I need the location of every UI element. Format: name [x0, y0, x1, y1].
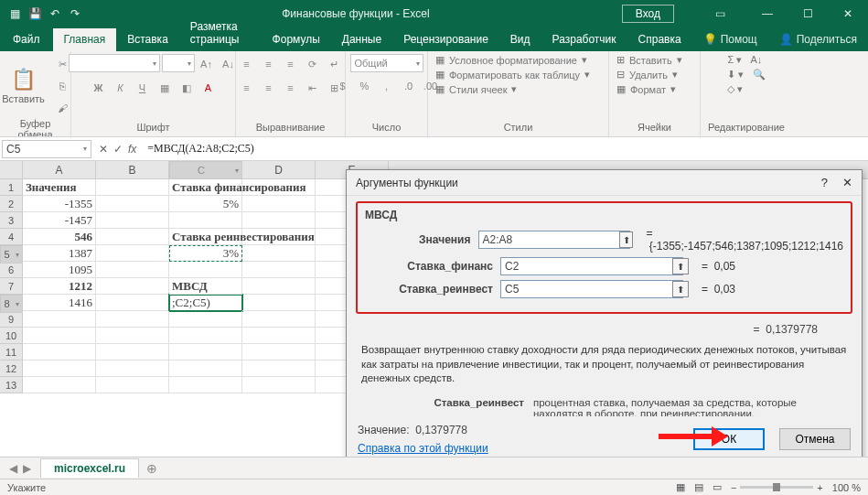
cell[interactable]: [242, 262, 316, 278]
col-header[interactable]: B: [96, 161, 169, 178]
cell[interactable]: 1095: [23, 262, 96, 278]
tab-formulas[interactable]: Формулы: [262, 28, 331, 51]
cell[interactable]: [23, 328, 96, 344]
ribbon-options-icon[interactable]: ▭: [700, 0, 740, 27]
collapse-ref-icon[interactable]: ⬆: [672, 258, 689, 274]
redo-icon[interactable]: ↷: [66, 5, 84, 23]
cell[interactable]: [169, 360, 242, 377]
zoom-in-icon[interactable]: +: [817, 482, 822, 493]
view-normal-icon[interactable]: ▦: [676, 481, 685, 493]
underline-button[interactable]: Ч: [133, 78, 153, 98]
fontcolor-icon[interactable]: A: [198, 78, 219, 98]
tab-developer[interactable]: Разработчик: [541, 28, 627, 51]
row-header[interactable]: 4: [0, 229, 23, 245]
fontsize-select[interactable]: [162, 54, 195, 72]
cell[interactable]: [96, 196, 169, 212]
align-top-icon[interactable]: ≡: [237, 54, 257, 74]
cell[interactable]: [169, 328, 242, 344]
row-header[interactable]: 13: [0, 377, 23, 393]
tab-insert[interactable]: Вставка: [116, 28, 179, 51]
minimize-icon[interactable]: —: [747, 0, 788, 27]
insert-cells-button[interactable]: ⊞Вставить ▾: [616, 54, 682, 66]
cell[interactable]: [23, 311, 96, 328]
cell[interactable]: [242, 377, 316, 393]
grow-font-icon[interactable]: A↑: [197, 54, 217, 74]
cell[interactable]: [242, 328, 316, 344]
cell[interactable]: [96, 245, 169, 262]
cell[interactable]: [169, 344, 242, 360]
cell[interactable]: 5%: [169, 196, 242, 212]
cell[interactable]: [169, 377, 242, 393]
cell[interactable]: [96, 311, 169, 328]
row-header[interactable]: 5: [0, 245, 23, 264]
row-header[interactable]: 6: [0, 262, 23, 278]
cell[interactable]: [96, 328, 169, 344]
row-header[interactable]: 3: [0, 212, 23, 229]
cell[interactable]: -1355: [23, 196, 96, 212]
row-header[interactable]: 10: [0, 328, 23, 344]
cell[interactable]: [96, 360, 169, 377]
delete-cells-button[interactable]: ⊟Удалить ▾: [616, 69, 678, 81]
row-header[interactable]: 8: [0, 295, 23, 313]
cell[interactable]: [96, 179, 169, 196]
arg-input[interactable]: C5: [500, 280, 683, 298]
cell[interactable]: 1387: [23, 245, 96, 262]
collapse-ref-icon[interactable]: ⬆: [619, 231, 633, 248]
tab-layout[interactable]: Разметка страницы: [179, 16, 262, 51]
add-sheet-icon[interactable]: ⊕: [139, 461, 165, 476]
name-box[interactable]: C5: [2, 140, 91, 158]
cell[interactable]: [169, 311, 242, 328]
cell[interactable]: [23, 360, 96, 377]
cell[interactable]: [169, 262, 242, 278]
tab-home[interactable]: Главная: [53, 28, 117, 51]
numformat-select[interactable]: Общий: [350, 54, 423, 72]
close-icon[interactable]: ✕: [828, 0, 868, 27]
col-header[interactable]: C: [169, 161, 242, 179]
cell[interactable]: Значения: [23, 179, 96, 196]
indent-dec-icon[interactable]: ⇤: [303, 78, 323, 98]
cell[interactable]: МВСД: [169, 278, 242, 295]
cell[interactable]: 546: [23, 229, 96, 245]
row-header[interactable]: 9: [0, 311, 23, 328]
col-header[interactable]: D: [242, 161, 316, 178]
align-bot-icon[interactable]: ≡: [281, 54, 301, 74]
cell[interactable]: [242, 360, 316, 377]
sheet-prev-icon[interactable]: ◀: [9, 462, 17, 475]
cell[interactable]: [242, 344, 316, 360]
tab-share[interactable]: 👤Поделиться: [768, 28, 868, 51]
cancel-fx-icon[interactable]: ✕: [99, 143, 108, 156]
save-icon[interactable]: 💾: [26, 5, 44, 23]
cell[interactable]: [96, 295, 169, 311]
cell[interactable]: 1416: [23, 295, 96, 311]
arg-input[interactable]: C2: [500, 257, 683, 275]
function-help-link[interactable]: Справка по этой функции: [358, 442, 488, 455]
italic-button[interactable]: К: [111, 78, 131, 98]
inc-dec-icon[interactable]: .0: [399, 76, 419, 96]
cell[interactable]: [242, 196, 316, 212]
cell[interactable]: [242, 245, 316, 262]
cell[interactable]: 1212: [23, 278, 96, 295]
select-all-corner[interactable]: [0, 161, 23, 178]
paste-button[interactable]: 📋Вставить: [0, 66, 49, 106]
cell[interactable]: Ставка финансирования: [169, 179, 242, 196]
col-header[interactable]: A: [23, 161, 96, 178]
cell[interactable]: [96, 377, 169, 393]
clear-button[interactable]: ◇ ▾: [727, 83, 743, 95]
cell[interactable]: [96, 344, 169, 360]
tab-file[interactable]: Файл: [0, 28, 53, 51]
format-cells-button[interactable]: ▦Формат ▾: [616, 83, 676, 95]
tab-help[interactable]: Справка: [627, 28, 692, 51]
cell[interactable]: [96, 229, 169, 245]
cell[interactable]: Ставка реинвестирования: [169, 229, 242, 245]
tab-tellme[interactable]: 💡Помощ: [692, 28, 768, 51]
zoom-level[interactable]: 100 %: [832, 482, 861, 493]
fill-icon[interactable]: ◧: [177, 78, 197, 98]
cell[interactable]: 3%: [169, 245, 242, 262]
cell[interactable]: [96, 212, 169, 229]
autosum-button[interactable]: Σ ▾ A↓: [727, 54, 762, 66]
tab-review[interactable]: Рецензирование: [392, 28, 499, 51]
view-layout-icon[interactable]: ▤: [694, 481, 703, 493]
font-select[interactable]: [69, 54, 160, 72]
align-right-icon[interactable]: ≡: [281, 78, 301, 98]
cancel-button[interactable]: Отмена: [779, 428, 851, 450]
